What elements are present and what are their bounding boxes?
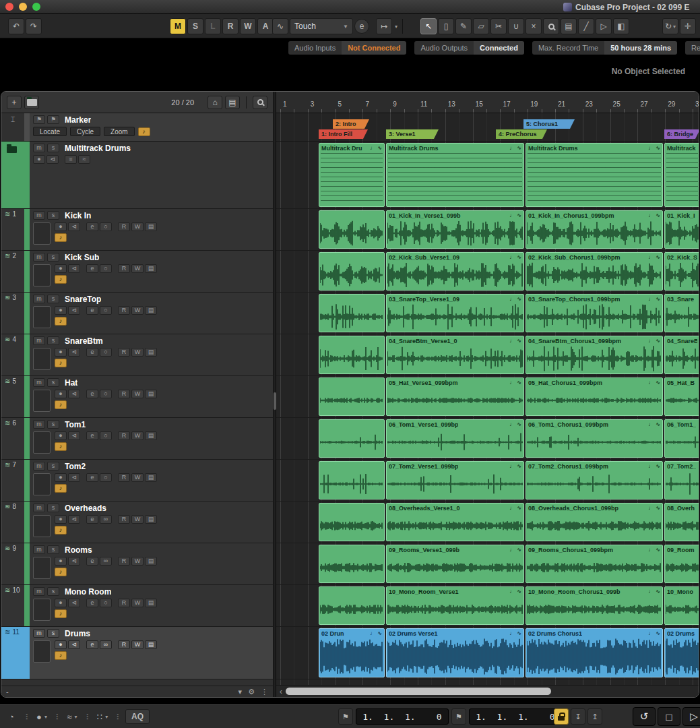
- track-picture[interactable]: [33, 515, 51, 537]
- show-lanes-button[interactable]: ▤: [145, 640, 157, 649]
- record-enable-button[interactable]: ●: [55, 222, 67, 231]
- musical-timebase-button[interactable]: ♪: [55, 651, 67, 660]
- audio-outputs-status[interactable]: Audio Outputs Connected: [414, 41, 524, 55]
- audio-event-snarebtm-0[interactable]: [319, 336, 385, 374]
- zoom-button[interactable]: Zoom: [104, 127, 135, 136]
- track-header-mono-room[interactable]: ≋10msMono Room●⊲e○RW▤♪: [1, 585, 273, 627]
- read-automation-button[interactable]: R: [118, 431, 130, 440]
- cycle-transport-button[interactable]: ↺: [633, 707, 656, 726]
- track-picture[interactable]: [33, 640, 51, 663]
- inserts-state-button[interactable]: ○: [100, 222, 112, 231]
- record-enable-button[interactable]: ●: [55, 557, 67, 566]
- monitor-button[interactable]: ⊲: [68, 515, 80, 524]
- track-picture[interactable]: [33, 222, 51, 245]
- audio-event-01-kick-i[interactable]: 01_Kick_I: [664, 210, 699, 249]
- write-automation-button[interactable]: W: [131, 390, 144, 398]
- track-picture[interactable]: [33, 431, 51, 454]
- inserts-state-button[interactable]: ○: [100, 348, 112, 357]
- add-marker-button[interactable]: ⚑: [33, 115, 45, 124]
- read-automation-button[interactable]: R: [118, 599, 130, 607]
- audio-event-06-tom1-chorus1-099bpm[interactable]: 06_Tom1_Chorus1_099bpm♩∿: [526, 419, 663, 458]
- punch-in-button[interactable]: ↧: [571, 708, 585, 725]
- musical-timebase-button[interactable]: ♪: [55, 526, 67, 535]
- audio-event-02-kick-sub-verse1-09[interactable]: 02_Kick_Sub_Verse1_09♩∿: [386, 252, 524, 291]
- track-header-rooms[interactable]: ≋9msRooms●⊲e∞RW▤♪: [1, 543, 273, 585]
- show-lanes-button[interactable]: ▤: [145, 348, 157, 357]
- edit-channel-button[interactable]: e: [86, 264, 98, 273]
- write-automation-button[interactable]: W: [131, 640, 144, 649]
- solo-button[interactable]: s: [47, 144, 59, 152]
- read-automation-button[interactable]: R: [118, 473, 130, 482]
- inserts-state-button[interactable]: ○: [100, 306, 112, 315]
- record-enable-button[interactable]: ●: [55, 431, 67, 440]
- show-lanes-button[interactable]: ▤: [145, 599, 157, 607]
- monitor-button[interactable]: ⊲: [68, 390, 80, 398]
- track-header-kick-in[interactable]: ≋1msKick In●⊲e○RW▤♪: [1, 209, 273, 251]
- play-tool[interactable]: ▷: [596, 18, 612, 34]
- range-selection-tool[interactable]: ▯: [438, 18, 454, 34]
- audio-event-kick-in-0[interactable]: [319, 210, 385, 249]
- edit-channel-button[interactable]: e: [86, 222, 98, 231]
- audio-event-06-tom1[interactable]: 06_Tom1_: [664, 419, 699, 458]
- right-locator-display[interactable]: 1. 1. 1. 0: [469, 708, 562, 725]
- show-lanes-button[interactable]: ▤: [145, 473, 157, 482]
- zoom-tracks-out-button[interactable]: -: [6, 688, 9, 696]
- zoom-window-button[interactable]: [32, 3, 40, 11]
- activate-automation-button[interactable]: A: [257, 18, 274, 34]
- max-record-time-status[interactable]: Max. Record Time 50 hours 28 mins: [532, 41, 677, 55]
- goto-right-locator-button[interactable]: ⚑: [451, 708, 466, 725]
- read-automation-button[interactable]: R: [118, 306, 130, 315]
- track-header-hat[interactable]: ≋5msHat●⊲e○RW▤♪: [1, 376, 273, 418]
- punch-out-button[interactable]: ↥: [587, 708, 602, 725]
- record-enable-button[interactable]: ●: [55, 599, 67, 607]
- locate-button[interactable]: Locate: [33, 127, 67, 136]
- glue-tool[interactable]: ∪: [508, 18, 524, 34]
- audio-event-09-room[interactable]: 09_Room: [664, 545, 699, 583]
- read-automation-button[interactable]: R: [118, 264, 130, 273]
- track-picture[interactable]: [33, 599, 51, 621]
- track-picture[interactable]: [33, 348, 51, 370]
- write-all-automation-button[interactable]: W: [240, 18, 256, 34]
- record-enable-button[interactable]: ●: [55, 390, 67, 398]
- track-picture[interactable]: [33, 264, 51, 286]
- audio-record-mode-button[interactable]: ≈▾: [65, 708, 79, 725]
- audio-event-02-kick-s[interactable]: 02_Kick_S: [664, 252, 699, 291]
- solo-button[interactable]: s: [47, 211, 59, 220]
- scroll-left-arrow-icon[interactable]: ‹: [276, 687, 286, 696]
- record-enable-button[interactable]: ●: [55, 473, 67, 482]
- mute-button[interactable]: m: [33, 629, 45, 638]
- inserts-state-button[interactable]: ○: [100, 599, 112, 607]
- show-lanes-button[interactable]: ▤: [145, 390, 157, 398]
- audio-event-01-kick-in-chorus1-099bpm[interactable]: 01_Kick_In_Chorus1_099bpm♩∿: [526, 210, 663, 249]
- musical-timebase-button[interactable]: ♪: [138, 127, 150, 136]
- split-tool[interactable]: ✂: [490, 18, 507, 34]
- audio-event-05-hat-b[interactable]: 05_Hat_B: [664, 377, 699, 416]
- audio-event-10-mono[interactable]: 10_Mono: [664, 586, 699, 625]
- solo-button[interactable]: s: [47, 462, 59, 471]
- audio-event-mono-room-0[interactable]: [319, 586, 385, 625]
- audio-event-10-mono-room-verse1[interactable]: 10_Mono_Room_Verse1♩∿: [386, 586, 524, 625]
- color-tool[interactable]: ◧: [613, 18, 629, 34]
- musical-timebase-button[interactable]: ♪: [55, 233, 67, 242]
- record-enable-button[interactable]: ●: [55, 306, 67, 315]
- edit-channel-button[interactable]: e: [86, 431, 98, 440]
- marker-1-intro-fill[interactable]: 1: Intro Fill: [319, 129, 368, 139]
- track-visibility-button[interactable]: ⌂: [208, 96, 222, 109]
- mute-button[interactable]: m: [33, 211, 45, 220]
- track-header-overheads[interactable]: ≋8msOverheads●⊲e∞RW▤♪: [1, 502, 273, 543]
- inserts-state-button[interactable]: ○: [100, 264, 112, 273]
- write-automation-button[interactable]: W: [131, 431, 144, 440]
- mute-button[interactable]: m: [33, 545, 45, 554]
- mute-tool[interactable]: ×: [526, 18, 542, 34]
- gear-icon[interactable]: ⚙: [248, 688, 255, 696]
- object-selection-tool[interactable]: ↖: [420, 18, 437, 34]
- audio-event-01-kick-in-verse1-099b[interactable]: 01_Kick_In_Verse1_099b♩∿: [386, 210, 524, 249]
- track-picture[interactable]: [33, 473, 51, 495]
- monitor-button[interactable]: ⊲: [68, 431, 80, 440]
- inserts-state-button[interactable]: ○: [100, 390, 112, 398]
- monitor-button[interactable]: ⊲: [68, 473, 80, 482]
- read-automation-button[interactable]: R: [118, 222, 130, 231]
- write-automation-button[interactable]: W: [131, 306, 144, 315]
- musical-timebase-button[interactable]: ♪: [55, 484, 67, 493]
- musical-timebase-button[interactable]: ♪: [55, 317, 67, 326]
